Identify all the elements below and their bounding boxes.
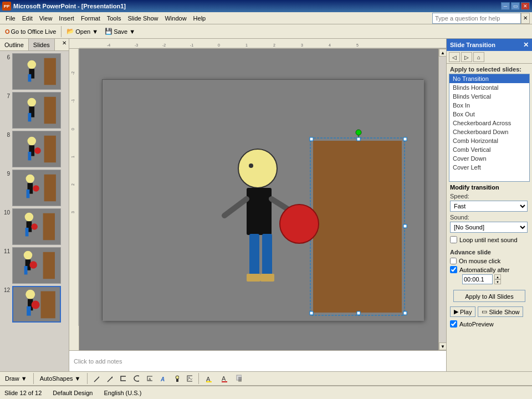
play-label: Play bbox=[460, 309, 472, 315]
slide-item-9[interactable]: 9 bbox=[2, 170, 66, 206]
design-name: Default Design bbox=[53, 390, 93, 396]
slide-thumb-7[interactable] bbox=[12, 92, 61, 129]
slide-item-12[interactable]: 12 bbox=[2, 286, 66, 323]
menu-tools[interactable]: Tools bbox=[104, 14, 125, 23]
panel-back-button[interactable]: ◁ bbox=[449, 52, 460, 62]
slide-item-11[interactable]: 11 bbox=[2, 247, 66, 284]
loop-checkbox[interactable] bbox=[450, 236, 457, 243]
auto-after-label: Automatically after bbox=[459, 267, 509, 273]
save-button[interactable]: 💾 Save ▼ bbox=[102, 25, 138, 38]
slide-item-10[interactable]: 10 bbox=[2, 208, 66, 245]
font-color-tool[interactable]: A bbox=[218, 372, 231, 385]
svg-rect-32 bbox=[24, 266, 28, 275]
tab-outline[interactable]: Outline bbox=[0, 39, 29, 50]
draw-button[interactable]: Draw ▼ bbox=[2, 372, 30, 385]
app-icon: PP bbox=[2, 2, 11, 11]
svg-point-33 bbox=[29, 261, 37, 269]
transition-blinds-h[interactable]: Blinds Horizontal bbox=[449, 83, 529, 92]
svg-rect-96 bbox=[222, 381, 227, 382]
menu-insert[interactable]: Insert bbox=[55, 14, 78, 23]
shadow-tool[interactable] bbox=[233, 372, 244, 385]
svg-point-36 bbox=[25, 290, 35, 299]
panel-home-button[interactable]: ⌂ bbox=[473, 52, 484, 62]
mouse-click-label: On mouse click bbox=[459, 258, 500, 264]
transition-checker-down[interactable]: Checkerboard Down bbox=[449, 127, 529, 136]
clipart-tool[interactable] bbox=[171, 372, 182, 385]
tab-slides[interactable]: Slides bbox=[29, 39, 55, 50]
speed-select[interactable]: Slow Medium Fast bbox=[450, 201, 528, 212]
line-tool[interactable] bbox=[91, 372, 102, 385]
menu-file[interactable]: File bbox=[2, 14, 19, 23]
auto-after-checkbox[interactable] bbox=[450, 266, 457, 273]
slide-item-6[interactable]: 6 bbox=[2, 53, 66, 90]
help-close-button[interactable]: ✕ bbox=[521, 13, 530, 24]
time-up-button[interactable]: ▲ bbox=[494, 274, 501, 279]
svg-rect-77 bbox=[249, 234, 259, 275]
minimize-button[interactable]: ─ bbox=[501, 2, 510, 10]
slide-thumb-11[interactable] bbox=[12, 247, 61, 284]
slide-thumb-12[interactable] bbox=[12, 286, 61, 323]
left-panel: Outline Slides ✕ 6 bbox=[0, 39, 69, 371]
arrow-tool[interactable] bbox=[104, 372, 115, 385]
panel-close-button[interactable]: ✕ bbox=[60, 39, 69, 50]
slide-thumb-9[interactable] bbox=[12, 170, 61, 206]
menu-view[interactable]: View bbox=[36, 14, 56, 23]
panel-header-close[interactable]: ✕ bbox=[523, 41, 529, 49]
transition-blinds-v[interactable]: Blinds Vertical bbox=[449, 92, 529, 101]
time-input[interactable] bbox=[462, 274, 493, 284]
menu-slideshow[interactable]: Slide Show bbox=[124, 14, 161, 23]
slide-thumb-6[interactable] bbox=[12, 53, 61, 90]
svg-point-18 bbox=[26, 175, 35, 183]
autopreview-checkbox[interactable] bbox=[450, 320, 457, 328]
time-down-button[interactable]: ▼ bbox=[494, 279, 501, 284]
mouse-click-checkbox[interactable] bbox=[450, 258, 457, 264]
svg-line-82 bbox=[108, 376, 112, 382]
play-row: ▶ Play ▭ Slide Show bbox=[447, 304, 532, 319]
menu-help[interactable]: Help bbox=[190, 14, 209, 23]
notes-area[interactable]: Click to add notes bbox=[69, 350, 446, 371]
transition-box-in[interactable]: Box In bbox=[449, 101, 529, 110]
menu-window[interactable]: Window bbox=[161, 14, 190, 23]
textbox-tool[interactable]: A bbox=[144, 372, 155, 385]
panel-fwd-button[interactable]: ▷ bbox=[461, 52, 472, 62]
play-button[interactable]: ▶ Play bbox=[450, 306, 475, 317]
slide-canvas[interactable] bbox=[102, 79, 423, 320]
apply-all-button[interactable]: Apply to All Slides bbox=[453, 290, 525, 302]
menu-format[interactable]: Format bbox=[78, 14, 104, 23]
sound-select[interactable]: [No Sound] Applause Arrow Breeze bbox=[450, 222, 528, 233]
help-input[interactable] bbox=[432, 13, 521, 24]
svg-text:-2: -2 bbox=[162, 43, 166, 47]
svg-text:-2: -2 bbox=[71, 71, 75, 75]
panel-toolbar: ◁ ▷ ⌂ bbox=[447, 51, 532, 64]
scroll-up-button[interactable]: ▲ bbox=[439, 49, 446, 57]
transition-comb-v[interactable]: Comb Vertical bbox=[449, 145, 529, 154]
transition-cover-left[interactable]: Cover Left bbox=[449, 163, 529, 172]
picture-tool[interactable] bbox=[184, 372, 195, 385]
wordart-tool[interactable]: A bbox=[157, 372, 168, 385]
transition-cover-down[interactable]: Cover Down bbox=[449, 154, 529, 163]
restore-button[interactable]: ▭ bbox=[511, 2, 520, 10]
slideshow-button[interactable]: ▭ Slide Show bbox=[478, 306, 523, 317]
svg-rect-73 bbox=[247, 188, 272, 235]
slide-thumb-10[interactable] bbox=[12, 208, 61, 245]
slide-thumb-8[interactable] bbox=[12, 131, 61, 167]
open-button[interactable]: 📂 Open ▼ bbox=[64, 25, 101, 38]
close-button[interactable]: ✕ bbox=[521, 2, 530, 10]
autoshapes-button[interactable]: AutoShapes ▼ bbox=[37, 372, 84, 385]
office-live-button[interactable]: O Go to Office Live bbox=[2, 25, 59, 38]
advance-section: Advance slide On mouse click Automatical… bbox=[447, 247, 532, 288]
ruler-top: -4 -3 -2 -1 0 1 2 3 4 5 bbox=[69, 39, 446, 49]
transition-comb-h[interactable]: Comb Horizontal bbox=[449, 136, 529, 145]
transition-no-transition[interactable]: No Transition bbox=[449, 74, 529, 83]
rect-tool[interactable] bbox=[117, 372, 129, 385]
slide-item-7[interactable]: 7 bbox=[2, 92, 66, 129]
slide-item-8[interactable]: 8 bbox=[2, 131, 66, 167]
fill-color-tool[interactable]: A bbox=[202, 372, 216, 385]
statusbar: Slide 12 of 12 Default Design English (U… bbox=[0, 386, 532, 399]
transition-checker-across[interactable]: Checkerboard Across bbox=[449, 119, 529, 127]
menu-edit[interactable]: Edit bbox=[19, 14, 36, 23]
transition-box-out[interactable]: Box Out bbox=[449, 110, 529, 119]
oval-tool[interactable] bbox=[131, 372, 142, 385]
scroll-down-button[interactable]: ▼ bbox=[439, 342, 446, 350]
transition-list[interactable]: No Transition Blinds Horizontal Blinds V… bbox=[449, 74, 530, 182]
